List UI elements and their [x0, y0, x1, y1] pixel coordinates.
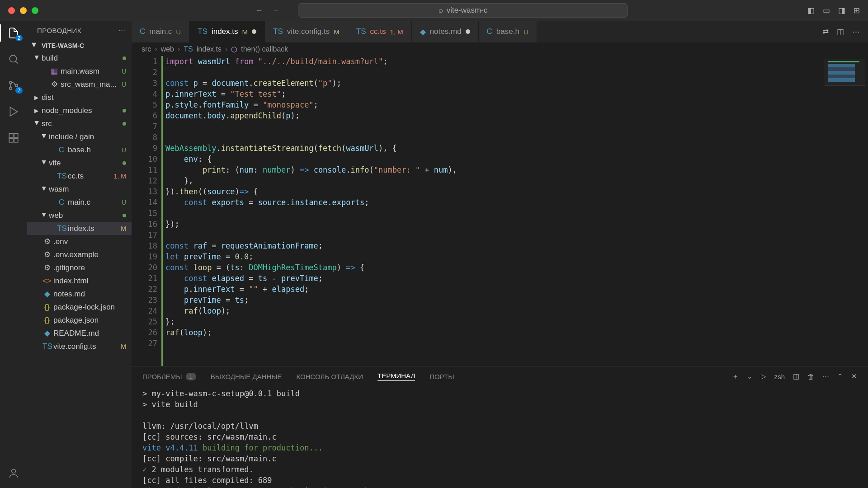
panel-tab[interactable]: ВЫХОДНЫЕ ДАННЫЕ — [211, 373, 282, 380]
chevron-icon: ▶ — [34, 56, 40, 61]
tree-item[interactable]: TSindex.tsM — [27, 222, 132, 235]
kill-terminal-icon[interactable]: 🗑 — [807, 373, 814, 380]
breadcrumbs[interactable]: src› web›TS index.ts›⬡ then() callback — [132, 42, 868, 56]
sidebar-header: ПРОВОДНИК ⋯ — [27, 21, 132, 40]
layout-sidebar-icon[interactable]: ◧ — [807, 6, 815, 15]
tree-item-label: build — [42, 54, 121, 63]
svg-rect-5 — [14, 133, 18, 137]
tree-item[interactable]: ▶vite — [27, 156, 132, 169]
tab-status: M — [242, 28, 248, 36]
git-status: U — [122, 146, 126, 154]
tree-item[interactable]: ▶wasm — [27, 183, 132, 196]
breadcrumb-segment[interactable]: then() callback — [241, 45, 288, 53]
symbol-icon: ⬡ — [231, 45, 237, 54]
breadcrumb-segment[interactable]: src — [142, 45, 151, 53]
sidebar: ПРОВОДНИК ⋯ ▶ VITE-WASM-C ▶build▦main.wa… — [27, 21, 132, 488]
code-content[interactable]: import wasmUrl from "../../build/main.wa… — [165, 56, 868, 366]
tree-item[interactable]: ⚙.env — [27, 235, 132, 248]
git-status: M — [121, 343, 126, 350]
run-debug-icon[interactable] — [7, 105, 20, 118]
tree-item[interactable]: ▶dist — [27, 91, 132, 104]
tree-item[interactable]: ▶include / gain — [27, 130, 132, 143]
tree-item[interactable]: ▶build — [27, 52, 132, 65]
new-terminal-icon[interactable]: ＋ — [732, 372, 739, 381]
file-icon: ⚙ — [42, 237, 52, 246]
split-editor-icon[interactable]: ◫ — [837, 27, 844, 37]
tree-item[interactable]: {}package-lock.json — [27, 300, 132, 314]
panel-tab[interactable]: ПОРТЫ — [429, 373, 454, 380]
file-icon: ⚙ — [50, 80, 59, 89]
editor-tab[interactable]: ◆notes.md — [412, 21, 479, 42]
compare-changes-icon[interactable]: ⇄ — [822, 27, 829, 37]
tree-item[interactable]: ▶src — [27, 117, 132, 130]
svg-point-8 — [12, 469, 16, 473]
git-dot — [123, 214, 126, 217]
tree-item[interactable]: ⚙.env.example — [27, 248, 132, 261]
maximize-window[interactable] — [32, 7, 38, 14]
terminal-profile-icon[interactable]: ▷ — [761, 372, 766, 380]
command-center[interactable]: ⌕ vite-wasm-c — [298, 3, 628, 18]
tree-item[interactable]: ⚙src_wasm_ma...U — [27, 78, 132, 91]
panel-more-icon[interactable]: ⋯ — [822, 372, 829, 380]
account-icon[interactable] — [7, 466, 20, 480]
forward-icon[interactable]: → — [272, 6, 280, 15]
file-icon: TS — [57, 224, 66, 233]
close-window[interactable] — [8, 7, 15, 14]
panel-tab[interactable]: ТЕРМИНАЛ — [377, 372, 415, 381]
close-panel-icon[interactable]: ✕ — [851, 372, 857, 380]
editor-tab[interactable]: Cbase.hU — [479, 21, 537, 42]
layout-panel-icon[interactable]: ▭ — [823, 6, 830, 15]
editor-tab[interactable]: Cmain.cU — [132, 21, 189, 42]
traffic-lights — [8, 7, 38, 14]
layout-secondary-icon[interactable]: ◨ — [838, 6, 845, 15]
panel-tab[interactable]: ПРОБЛЕМЫ1 — [142, 373, 196, 380]
file-icon: TS — [273, 27, 283, 36]
tree-item[interactable]: ◆README.md — [27, 327, 132, 340]
tree-item[interactable]: TSvite.config.tsM — [27, 340, 132, 353]
extensions-icon[interactable] — [7, 131, 20, 145]
tree-item[interactable]: ▦main.wasmU — [27, 65, 132, 78]
tree-item[interactable]: Cmain.cU — [27, 196, 132, 209]
minimize-window[interactable] — [20, 7, 27, 14]
tree-item[interactable]: TScc.ts1, M — [27, 169, 132, 183]
tree-item-label: src — [42, 119, 121, 128]
panel-tab[interactable]: КОНСОЛЬ ОТЛАДКИ — [297, 373, 363, 380]
search-activity-icon[interactable] — [7, 52, 20, 66]
tree-item-label: dist — [42, 93, 126, 102]
explorer-icon[interactable]: 2 — [7, 26, 20, 40]
tree-item[interactable]: {}package.json — [27, 314, 132, 327]
split-terminal-icon[interactable]: ◫ — [793, 372, 799, 380]
panel-tabs: ПРОБЛЕМЫ1ВЫХОДНЫЕ ДАННЫЕКОНСОЛЬ ОТЛАДКИТ… — [132, 366, 868, 386]
editor-tab[interactable]: TSvite.config.tsM — [265, 21, 348, 42]
tree-item-label: index.html — [53, 277, 126, 286]
tree-item[interactable]: ◆notes.md — [27, 287, 132, 300]
tree-item[interactable]: ▶node_modules — [27, 104, 132, 117]
layout-customize-icon[interactable]: ⊞ — [854, 6, 860, 15]
terminal-dropdown-icon[interactable]: ⌄ — [747, 372, 753, 380]
tree-item[interactable]: Cbase.hU — [27, 143, 132, 156]
file-icon: C — [57, 198, 66, 207]
editor-tab[interactable]: TSindex.tsM — [189, 21, 265, 42]
tree-item-label: package.json — [53, 316, 126, 325]
breadcrumb-segment[interactable]: web — [161, 45, 174, 53]
terminal-output[interactable]: > my-vite-wasm-c-setup@0.0.1 build> vite… — [132, 386, 868, 488]
sidebar-title: ПРОВОДНИК — [37, 27, 81, 34]
sidebar-more-icon[interactable]: ⋯ — [118, 26, 126, 34]
back-icon[interactable]: ← — [255, 6, 263, 15]
chevron-icon: ▶ — [41, 134, 47, 140]
git-dot — [123, 122, 126, 126]
file-icon: <> — [42, 277, 52, 286]
tree-item[interactable]: ▶web — [27, 209, 132, 222]
project-section[interactable]: ▶ VITE-WASM-C — [27, 40, 132, 52]
scm-icon[interactable]: 7 — [7, 79, 20, 92]
more-actions-icon[interactable]: ⋯ — [852, 27, 860, 37]
breadcrumb-segment[interactable]: index.ts — [197, 45, 222, 53]
code-area[interactable]: 1234567891011121314151617181920212223242… — [132, 56, 868, 366]
tree-item-label: main.wasm — [61, 67, 119, 76]
minimap[interactable] — [825, 59, 865, 86]
tree-item[interactable]: ⚙.gitignore — [27, 261, 132, 274]
editor-tab[interactable]: TScc.ts1, M — [348, 21, 412, 42]
maximize-panel-icon[interactable]: ⌃ — [837, 372, 843, 380]
tree-item[interactable]: <>index.html — [27, 274, 132, 287]
tab-status: U — [524, 28, 528, 36]
